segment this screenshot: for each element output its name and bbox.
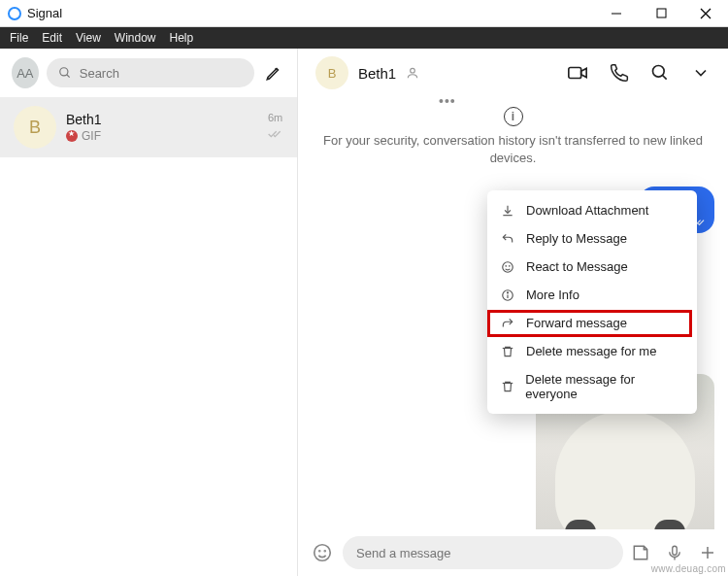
mic-icon[interactable] xyxy=(666,543,683,562)
ctx-reply[interactable]: Reply to Message xyxy=(487,224,697,253)
menu-edit[interactable]: Edit xyxy=(42,31,62,45)
svg-point-18 xyxy=(319,551,320,552)
chat-avatar[interactable]: B xyxy=(315,56,348,89)
attach-icon[interactable] xyxy=(699,544,716,561)
svg-point-12 xyxy=(506,265,507,266)
trash-icon xyxy=(501,345,516,358)
forward-icon xyxy=(501,317,516,330)
svg-rect-7 xyxy=(569,68,581,79)
context-menu: Download Attachment Reply to Message Rea… xyxy=(487,190,697,414)
ctx-forward[interactable]: Forward message xyxy=(487,309,697,337)
composer-input[interactable] xyxy=(356,546,610,560)
menu-view[interactable]: View xyxy=(76,31,101,45)
svg-line-9 xyxy=(663,76,667,80)
conversation-avatar: B xyxy=(14,106,56,149)
pencil-icon xyxy=(265,64,282,82)
menu-window[interactable]: Window xyxy=(115,31,156,45)
menu-file[interactable]: File xyxy=(10,31,28,45)
message-more-button[interactable]: ••• xyxy=(439,93,456,109)
ctx-react[interactable]: React to Message xyxy=(487,253,697,281)
chevron-down-icon[interactable] xyxy=(691,63,711,83)
emoji-button[interactable] xyxy=(310,542,335,563)
voice-call-icon[interactable] xyxy=(610,63,629,83)
svg-point-4 xyxy=(59,68,67,76)
svg-line-5 xyxy=(66,75,69,78)
menubar: File Edit View Window Help xyxy=(0,27,728,49)
download-icon xyxy=(501,204,516,218)
ctx-delete-me[interactable]: Delete message for me xyxy=(487,337,697,365)
trash-icon xyxy=(501,380,515,393)
sidebar: AA B Beth1 GIF 6m xyxy=(0,49,298,576)
conversation-item[interactable]: B Beth1 GIF 6m xyxy=(0,97,297,157)
composer-input-wrap[interactable] xyxy=(343,536,623,569)
svg-point-8 xyxy=(653,66,665,78)
react-icon xyxy=(501,260,516,274)
minimize-button[interactable] xyxy=(594,0,639,26)
maximize-button[interactable] xyxy=(639,0,683,26)
info-icon: i xyxy=(504,107,523,126)
info-menu-icon xyxy=(501,288,516,302)
verified-icon xyxy=(406,66,419,80)
svg-point-13 xyxy=(509,265,510,266)
info-text: For your security, conversation history … xyxy=(315,132,711,167)
chat-contact-name[interactable]: Beth1 xyxy=(358,65,396,82)
svg-point-6 xyxy=(411,68,415,73)
ctx-delete-everyone[interactable]: Delete message for everyone xyxy=(487,365,697,408)
svg-point-16 xyxy=(508,291,509,292)
svg-point-19 xyxy=(324,551,325,552)
compose-button[interactable] xyxy=(262,64,285,82)
window-titlebar: Signal xyxy=(0,0,728,27)
reply-icon xyxy=(501,232,516,246)
ctx-more-info[interactable]: More Info xyxy=(487,281,697,309)
search-input[interactable] xyxy=(80,66,243,81)
gif-icon xyxy=(66,130,78,142)
close-button[interactable] xyxy=(683,0,728,26)
info-banner: i For your security, conversation histor… xyxy=(298,107,728,167)
app-icon xyxy=(8,7,21,20)
watermark: www.deuag.com xyxy=(651,563,726,574)
search-box[interactable] xyxy=(47,58,254,87)
menu-help[interactable]: Help xyxy=(170,31,194,45)
chat-search-icon[interactable] xyxy=(650,63,670,83)
sticker-icon[interactable] xyxy=(631,543,650,562)
self-avatar[interactable]: AA xyxy=(12,57,39,88)
svg-rect-1 xyxy=(657,9,666,17)
conversation-subtitle: GIF xyxy=(82,129,101,143)
smile-icon xyxy=(312,542,333,563)
conversation-name: Beth1 xyxy=(66,112,102,127)
svg-point-17 xyxy=(314,545,331,561)
search-icon xyxy=(58,66,72,80)
svg-rect-20 xyxy=(673,546,678,555)
ctx-download-attachment[interactable]: Download Attachment xyxy=(487,196,697,224)
video-call-icon[interactable] xyxy=(567,62,588,84)
svg-point-11 xyxy=(503,261,513,272)
read-receipt-icon xyxy=(268,129,283,139)
window-title: Signal xyxy=(27,6,62,20)
conversation-time: 6m xyxy=(268,112,283,123)
